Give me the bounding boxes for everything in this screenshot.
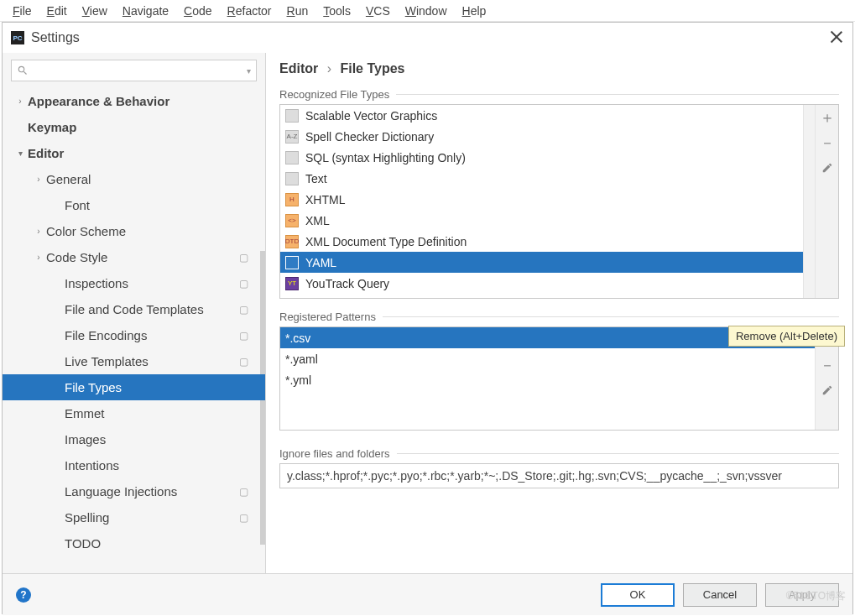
ignore-input[interactable] [279, 463, 839, 488]
filetype-label: YouTrack Query [305, 277, 389, 290]
tree-arrow-icon [51, 486, 63, 498]
filetype-icon: <> [285, 214, 299, 227]
tree-item-general[interactable]: ›General [3, 166, 265, 192]
settings-tree[interactable]: ›Appearance & BehaviorKeymap▾Editor›Gene… [3, 88, 265, 573]
tree-item-label: Emmet [63, 406, 105, 420]
menu-help[interactable]: Help [455, 2, 494, 20]
filetype-label: YAML [305, 256, 336, 269]
menu-file[interactable]: File [5, 2, 39, 20]
tree-arrow-icon [14, 122, 26, 133]
tree-item-todo[interactable]: TODO [3, 530, 265, 556]
menu-edit[interactable]: Edit [39, 2, 75, 20]
tree-item-color-scheme[interactable]: ›Color Scheme [3, 218, 265, 244]
tree-item-label: Language Injections [63, 484, 177, 499]
menu-run[interactable]: Run [279, 2, 316, 20]
filetype-icon [285, 172, 299, 185]
menu-vcs[interactable]: VCS [358, 2, 398, 20]
cancel-button[interactable]: Cancel [683, 583, 757, 607]
pattern-row[interactable]: *.yaml [280, 348, 815, 369]
search-icon [17, 65, 29, 76]
tree-item-emmet[interactable]: Emmet [3, 400, 265, 426]
tree-item-appearance-behavior[interactable]: ›Appearance & Behavior [3, 88, 265, 114]
pattern-label: *.yaml [285, 352, 318, 366]
filetype-row[interactable]: YTYouTrack Query [280, 273, 803, 294]
tree-item-file-and-code-templates[interactable]: File and Code Templates▢ [3, 296, 265, 322]
apply-button[interactable]: Apply [765, 583, 839, 607]
filetype-row[interactable]: SQL (syntax Highlighting Only) [280, 147, 803, 168]
scrollbar[interactable] [803, 105, 815, 298]
tree-item-editor[interactable]: ▾Editor [3, 140, 265, 166]
tree-item-label: Font [63, 198, 90, 212]
tree-item-label: File Types [63, 380, 122, 394]
menu-refactor[interactable]: Refactor [220, 2, 279, 20]
recognized-file-types-list[interactable]: Scalable Vector GraphicsA-ZSpell Checker… [279, 104, 839, 299]
patterns-label: Registered Patterns [279, 311, 839, 323]
settings-dialog: PC Settings ▾ ›Appearance & BehaviorKeym… [2, 22, 853, 614]
filetype-row[interactable]: DTDXML Document Type Definition [280, 231, 803, 252]
edit-filetype-button[interactable] [816, 155, 839, 180]
tree-item-language-injections[interactable]: Language Injections▢ [3, 478, 265, 504]
ignore-label: Ignore files and folders [279, 447, 839, 460]
tree-item-font[interactable]: Font [3, 192, 265, 218]
tree-item-live-templates[interactable]: Live Templates▢ [3, 348, 265, 374]
pattern-label: *.yml [285, 373, 311, 387]
close-icon[interactable] [829, 29, 844, 44]
pattern-label: *.csv [285, 331, 310, 345]
add-filetype-button[interactable]: ＋ [816, 105, 839, 130]
settings-sidebar: ▾ ›Appearance & BehaviorKeymap▾Editor›Ge… [3, 53, 266, 573]
filetype-icon: A-Z [285, 130, 299, 144]
ok-button[interactable]: OK [601, 583, 675, 607]
dropdown-icon[interactable]: ▾ [247, 66, 251, 76]
breadcrumb-root: Editor [279, 61, 318, 76]
tree-item-file-types[interactable]: File Types [3, 374, 265, 400]
filetype-row[interactable]: <>XML [280, 210, 803, 231]
tree-item-images[interactable]: Images [3, 426, 265, 452]
breadcrumb-separator: › [327, 61, 331, 76]
tree-item-inspections[interactable]: Inspections▢ [3, 270, 265, 296]
filetype-icon: H [285, 193, 299, 206]
menu-navigate[interactable]: Navigate [115, 2, 176, 20]
filetype-row[interactable]: HXHTML [280, 189, 803, 210]
filetype-row[interactable]: Scalable Vector Graphics [280, 105, 803, 126]
main-menubar[interactable]: FileEditViewNavigateCodeRefactorRunTools… [0, 0, 855, 22]
dialog-footer: ? OK Cancel Apply ©51CTO博客 [3, 573, 852, 615]
tree-item-label: Editor [26, 146, 64, 160]
search-input[interactable] [32, 65, 247, 77]
scope-icon: ▢ [239, 330, 248, 342]
tree-arrow-icon [51, 512, 63, 524]
tree-item-label: Appearance & Behavior [26, 94, 169, 108]
filetype-label: SQL (syntax Highlighting Only) [305, 151, 466, 164]
remove-pattern-button[interactable]: － [816, 352, 839, 378]
filetype-row[interactable]: Text [280, 168, 803, 189]
pattern-row[interactable]: *.yml [280, 369, 815, 390]
help-icon[interactable]: ? [16, 587, 31, 603]
registered-patterns-list[interactable]: *.csv*.yaml*.yml ＋ － Remove (Alt+Delete) [279, 326, 839, 431]
menu-window[interactable]: Window [398, 2, 455, 20]
tree-item-label: File and Code Templates [63, 302, 204, 316]
scope-icon: ▢ [239, 356, 248, 368]
tree-item-spelling[interactable]: Spelling▢ [3, 504, 265, 530]
menu-code[interactable]: Code [176, 2, 219, 20]
remove-filetype-button[interactable]: － [816, 130, 839, 155]
tree-arrow-icon: › [33, 174, 44, 185]
filetype-row[interactable]: YAML [280, 252, 803, 273]
filetype-row[interactable]: A-ZSpell Checker Dictionary [280, 126, 803, 147]
tree-arrow-icon [51, 304, 63, 316]
tree-arrow-icon [51, 200, 63, 211]
tree-item-code-style[interactable]: ›Code Style▢ [3, 244, 265, 270]
menu-tools[interactable]: Tools [315, 2, 358, 20]
tree-item-label: Inspections [63, 276, 128, 290]
tree-item-intentions[interactable]: Intentions [3, 452, 265, 478]
tree-item-label: Spelling [63, 510, 109, 525]
tree-item-keymap[interactable]: Keymap [3, 114, 265, 140]
tree-arrow-icon [51, 330, 63, 342]
tree-arrow-icon: ▾ [14, 148, 26, 159]
tree-item-file-encodings[interactable]: File Encodings▢ [3, 322, 265, 348]
menu-view[interactable]: View [75, 2, 115, 20]
filetype-icon: YT [285, 277, 299, 290]
settings-search-box[interactable]: ▾ [11, 60, 257, 81]
dialog-title: Settings [31, 30, 80, 45]
edit-pattern-button[interactable] [816, 378, 839, 403]
scope-icon: ▢ [239, 278, 248, 290]
tree-arrow-icon [51, 538, 63, 550]
